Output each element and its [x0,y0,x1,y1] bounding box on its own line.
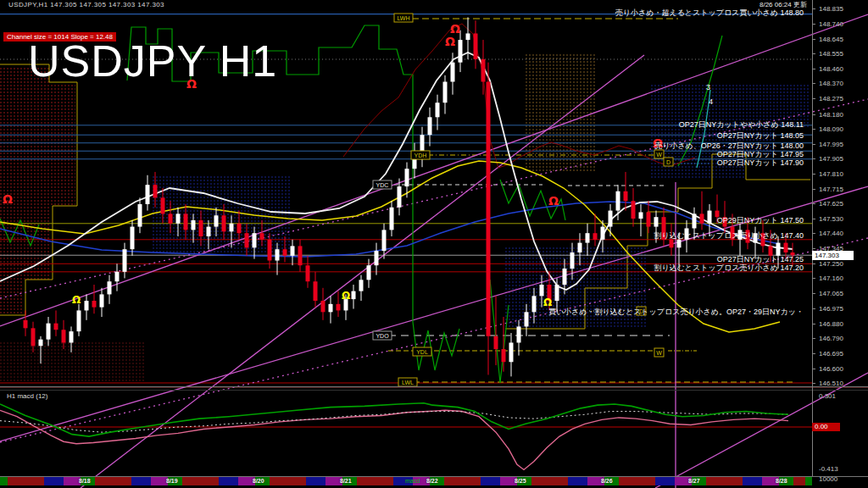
candle [85,294,89,319]
date-label[interactable]: 8/28 [776,478,787,484]
price-axis-label: 146.510 [819,380,843,387]
candle [390,201,394,236]
line-label-box[interactable]: YDO [373,331,392,340]
candle [420,127,425,168]
axis-tick [812,98,815,99]
price-axis-label: 146.880 [819,320,843,328]
line-label-box[interactable]: LWH [394,14,413,22]
macd-axis-extra: 10000 [819,475,837,483]
axis-tick [812,8,815,9]
candle [321,288,326,320]
candle [367,259,371,288]
axis-tick [812,278,815,279]
date-label[interactable]: 8/19 [166,478,178,484]
candle [474,20,478,69]
line-label-box[interactable]: D [664,158,673,166]
axis-tick [812,324,815,324]
candle [77,304,81,336]
candle [146,175,150,211]
quote-line: USDJPY,H1 147.305 147.305 147.303 147.30… [8,1,164,8]
op-annotation: 買い小さめ・割り込むとストップロス売り小さめ。OP27・29日NYカッ・ [548,307,804,318]
price-axis-label: 146.975 [819,305,843,313]
candle [459,30,463,72]
line-label-box[interactable]: YDH [411,151,430,159]
op-annotation: 割り込むとストップロス売り小さめ 147.40 [654,230,804,241]
date-label[interactable]: 8/18 [79,478,91,484]
sell-signal-icon: Ω [450,22,460,36]
axis-tick [812,369,815,369]
macd-footer-text: macd [405,478,420,484]
buy-signal-icon: Ω [342,290,350,302]
candle [443,75,448,114]
price-axis-label: 148.645 [819,36,843,43]
price-axis-label: 148.090 [819,125,843,133]
price-axis-label: 148.275 [819,95,843,103]
date-label[interactable]: 8/20 [253,478,264,484]
price-axis[interactable]: 148.835148.740148.645148.555148.460148.3… [812,0,868,476]
price-axis-label: 147.160 [819,274,843,282]
candle [329,296,333,323]
price-axis-label: 148.555 [819,50,843,58]
date-label[interactable]: 8/25 [515,478,526,484]
macd-axis-bottom: -0.413 [819,465,838,473]
svg-text:YDL: YDL [416,349,428,355]
axis-tick [812,53,815,54]
candle [291,240,295,265]
op-annotation: OP27日NYカット 147.90 [717,158,804,169]
axis-tick [812,69,815,69]
sell-signal-icon: Ω [445,35,455,48]
candle [100,288,104,317]
op-annotation: OP29日NYカット 147.50 [717,215,804,226]
price-axis-label: 146.600 [819,365,843,373]
axis-tick [812,293,815,294]
price-axis-label: 147.995 [819,141,843,148]
price-axis-label: 147.065 [819,290,843,297]
macd-slow-line [0,410,788,469]
axis-tick [812,308,815,309]
axis-tick [812,144,815,145]
candle [24,310,28,336]
current-price-tag: 147.303 [812,251,854,260]
axis-tick [812,129,815,130]
price-axis-label: 147.810 [819,170,843,178]
candle [298,240,303,272]
panel-divider[interactable] [0,386,868,387]
candle [54,310,58,336]
candle [47,317,51,346]
date-label[interactable]: 8/21 [340,478,352,484]
line-label-box[interactable]: W [654,348,664,357]
macd-zero-tag: 0.00 [812,423,840,431]
symbol-watermark: USDJPY H1 [28,36,277,86]
date-label[interactable]: 8/27 [688,478,700,484]
candle [428,108,432,147]
price-axis-label: 148.835 [819,5,843,13]
price-axis-label: 147.440 [819,230,843,237]
candle [306,256,310,288]
price-axis-label: 148.370 [819,80,843,87]
updated-timestamp: 8/26 06:24 更新 [760,0,807,9]
axis-tick [812,114,815,115]
candle [115,263,120,291]
line-label-box[interactable]: YDL [413,347,431,356]
price-axis-label: 148.180 [819,111,843,119]
op-annotation: OP27日NYカットやや小さめ 148.11 [679,119,804,130]
sell-signal-icon: Ω [548,194,559,208]
line-label-box[interactable]: LWL [398,378,417,386]
axis-tick [812,83,815,84]
mt4-chart-window: { "header": { "quote_line": "USDJPY,H1 1… [0,0,868,488]
candle [314,272,318,308]
candle [398,179,402,216]
candle [632,188,636,227]
date-label[interactable]: 8/26 [601,478,613,484]
candle [359,275,364,301]
candle [436,95,440,130]
axis-tick [812,203,815,204]
candle [108,275,112,304]
indicator-cloud [0,66,75,315]
axis-tick [812,39,815,40]
candle [352,285,356,309]
buy-signal-icon: Ω [72,294,81,306]
price-axis-label: 147.905 [819,155,843,163]
line-label-box[interactable]: YDC [373,180,392,189]
date-label[interactable]: 8/22 [426,478,438,484]
